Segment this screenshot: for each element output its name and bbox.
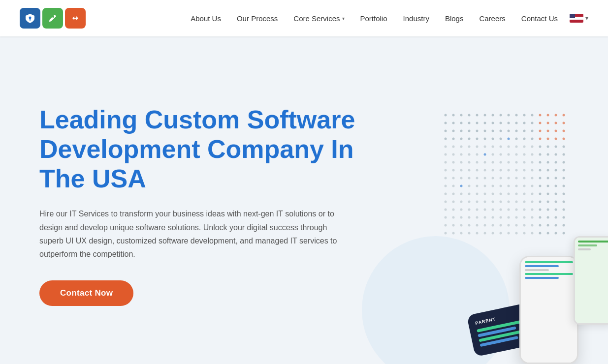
svg-point-249 <box>492 232 494 235</box>
svg-point-227 <box>445 224 447 227</box>
svg-point-61 <box>523 138 526 140</box>
svg-point-52 <box>452 138 455 140</box>
nav-link-contact-us[interactable]: Contact Us <box>521 14 558 23</box>
svg-point-16 <box>547 114 549 117</box>
svg-point-170 <box>500 193 502 195</box>
svg-point-176 <box>547 193 549 195</box>
svg-point-143 <box>539 177 542 180</box>
navbar: About Us Our Process Core Services ▾ Por… <box>0 0 608 36</box>
svg-point-79 <box>539 146 542 148</box>
svg-point-98 <box>563 153 565 156</box>
svg-point-118 <box>468 169 471 172</box>
svg-point-212 <box>452 216 455 219</box>
svg-point-72 <box>484 146 486 148</box>
svg-point-221 <box>523 216 526 219</box>
nav-link-careers[interactable]: Careers <box>479 14 505 23</box>
svg-point-33 <box>555 122 557 124</box>
svg-point-254 <box>531 232 534 235</box>
svg-point-230 <box>468 224 471 227</box>
contact-now-button[interactable]: Contact Now <box>39 280 133 306</box>
svg-point-182 <box>468 201 471 203</box>
svg-point-169 <box>492 193 494 195</box>
svg-point-173 <box>523 193 526 195</box>
nav-link-blogs[interactable]: Blogs <box>445 14 464 23</box>
nav-item-careers[interactable]: Careers <box>479 14 505 23</box>
svg-point-101 <box>460 161 463 164</box>
phone-screen <box>521 257 577 363</box>
svg-point-131 <box>445 177 447 180</box>
svg-point-250 <box>500 232 502 235</box>
nav-item-industry[interactable]: Industry <box>403 14 429 23</box>
svg-point-211 <box>445 216 447 219</box>
svg-point-90 <box>500 153 502 156</box>
svg-point-202 <box>500 209 502 211</box>
nav-item-contact-us[interactable]: Contact Us <box>521 14 558 23</box>
svg-point-162 <box>563 185 565 187</box>
svg-point-197 <box>460 209 463 211</box>
svg-point-235 <box>508 224 510 227</box>
language-selector[interactable]: ▾ <box>570 14 588 23</box>
logo-icon-arrows <box>65 8 86 29</box>
svg-point-166 <box>468 193 471 195</box>
svg-point-215 <box>476 216 479 219</box>
svg-point-156 <box>515 185 518 187</box>
svg-point-38 <box>468 130 471 132</box>
svg-point-54 <box>468 138 471 140</box>
svg-point-251 <box>508 232 510 235</box>
nav-link-our-process[interactable]: Our Process <box>237 14 278 23</box>
svg-point-115 <box>445 169 447 172</box>
nav-item-portfolio[interactable]: Portfolio <box>360 14 387 23</box>
svg-point-5 <box>460 114 463 117</box>
svg-point-123 <box>508 169 510 172</box>
phone-partial-mockup <box>574 236 608 325</box>
svg-point-161 <box>555 185 557 187</box>
svg-point-80 <box>547 146 549 148</box>
svg-point-19 <box>445 122 447 124</box>
svg-point-97 <box>555 153 557 156</box>
svg-point-238 <box>531 224 534 227</box>
svg-point-191 <box>539 201 542 203</box>
svg-point-165 <box>460 193 463 195</box>
nav-item-our-process[interactable]: Our Process <box>237 14 278 23</box>
nav-item-blogs[interactable]: Blogs <box>445 14 464 23</box>
nav-link-about-us[interactable]: About Us <box>191 14 221 23</box>
nav-item-core-services[interactable]: Core Services ▾ <box>293 14 344 23</box>
svg-point-127 <box>539 169 542 172</box>
svg-point-224 <box>547 216 549 219</box>
svg-point-189 <box>523 201 526 203</box>
svg-point-135 <box>476 177 479 180</box>
svg-point-208 <box>547 209 549 211</box>
svg-point-56 <box>484 138 486 140</box>
svg-point-43 <box>508 130 510 132</box>
nav-link-portfolio[interactable]: Portfolio <box>360 14 387 23</box>
svg-point-84 <box>452 153 455 156</box>
svg-point-95 <box>539 153 542 156</box>
svg-point-116 <box>452 169 455 172</box>
nav-link-core-services[interactable]: Core Services ▾ <box>293 14 344 23</box>
logo[interactable] <box>20 8 86 29</box>
svg-point-113 <box>555 161 557 164</box>
svg-point-198 <box>468 209 471 211</box>
svg-point-125 <box>523 169 526 172</box>
svg-point-204 <box>515 209 518 211</box>
svg-point-236 <box>515 224 518 227</box>
svg-point-85 <box>460 153 463 156</box>
nav-item-about-us[interactable]: About Us <box>191 14 221 23</box>
svg-point-258 <box>563 232 565 235</box>
svg-point-210 <box>563 209 565 211</box>
svg-point-138 <box>500 177 502 180</box>
svg-point-20 <box>452 122 455 124</box>
svg-point-180 <box>452 201 455 203</box>
svg-point-4 <box>452 114 455 117</box>
svg-point-185 <box>492 201 494 203</box>
hero-title: Leading Custom Software Development Comp… <box>39 105 394 193</box>
nav-link-industry[interactable]: Industry <box>403 14 429 23</box>
svg-point-76 <box>515 146 518 148</box>
logo-icon-pencil <box>42 8 63 29</box>
svg-point-188 <box>515 201 518 203</box>
svg-point-45 <box>523 130 526 132</box>
svg-point-253 <box>523 232 526 235</box>
svg-point-209 <box>555 209 557 211</box>
svg-point-168 <box>484 193 486 195</box>
svg-point-23 <box>476 122 479 124</box>
